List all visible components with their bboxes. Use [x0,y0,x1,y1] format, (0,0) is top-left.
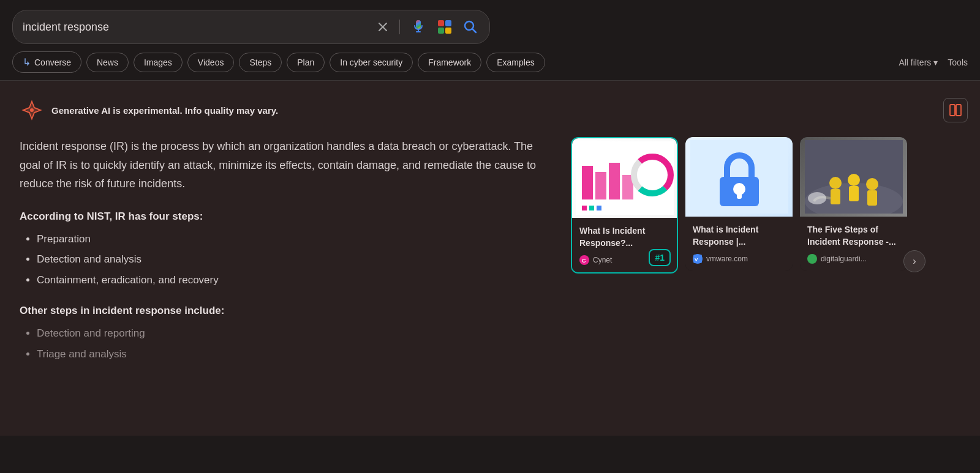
svg-text:V: V [695,257,698,263]
other-heading: Other steps in incident response include… [20,305,546,317]
search-bar: incident response [12,10,490,44]
clear-button[interactable] [375,19,391,35]
svg-point-40 [866,178,878,190]
other-step-2: Triage and analysis [37,346,546,362]
svg-rect-17 [595,172,606,199]
tab-examples-label: Examples [497,58,534,67]
tools-button[interactable]: Tools [948,58,968,67]
vmware-source-logo: V [693,254,703,264]
tab-videos[interactable]: Videos [187,53,235,72]
nist-step-1: Preparation [37,231,546,247]
cynet-source-logo: C [579,255,589,265]
search-input[interactable]: incident response [23,21,369,34]
tab-cyber-security[interactable]: In cyber security [330,53,413,72]
tabs-container: ↳ Converse News Images Videos Steps Plan… [0,44,980,81]
svg-rect-11 [956,105,961,116]
svg-rect-10 [950,105,955,116]
lens-button[interactable] [434,17,455,37]
card-digitalguardian[interactable]: The Five Steps of Incident Response -...… [800,137,907,271]
cards-area: What Is Incident Response?... C Cynet [571,143,907,379]
converse-icon: ↳ [23,56,31,68]
dg-source-logo [807,254,817,264]
vmware-source-name: vmware.com [706,255,748,263]
all-filters-label: All filters [899,58,931,67]
card-cynet-image [572,138,677,218]
card-dg-title: The Five Steps of Incident Response -... [807,224,900,248]
card-dg-source: digitalguardi... [807,254,900,264]
svg-rect-4 [438,20,444,26]
text-section: Incident response (IR) is the process by… [20,137,546,379]
card-vmware-body: What is Incident Response |... V vmware.… [685,217,793,271]
svg-rect-39 [849,186,859,201]
card-vmware-image [685,137,793,217]
cynet-source-name: Cynet [593,256,612,264]
svg-point-42 [808,192,826,204]
tab-steps[interactable]: Steps [239,53,282,72]
svg-rect-23 [582,206,587,210]
svg-point-38 [848,174,860,186]
svg-text:C: C [582,258,586,264]
svg-rect-25 [597,206,601,210]
tab-images-label: Images [144,58,172,67]
ai-logo [20,98,44,122]
svg-rect-41 [867,190,877,206]
rank-badge: #1 [649,249,671,266]
svg-point-14 [30,108,34,112]
tab-cyber-security-label: In cyber security [340,58,402,67]
tab-framework[interactable]: Framework [418,53,481,72]
tab-converse-label: Converse [34,58,71,67]
other-steps-list: Detection and reporting Triage and analy… [20,326,546,362]
svg-rect-31 [737,190,742,199]
card-dg-image [800,137,907,217]
tab-plan[interactable]: Plan [287,53,325,72]
nist-step-3: Containment, eradication, and recovery [37,272,546,288]
main-content: Generative AI is experimental. Info qual… [0,81,980,436]
cards-next-arrow[interactable]: › [903,250,925,272]
svg-rect-24 [589,206,594,210]
all-filters-button[interactable]: All filters ▾ [899,58,938,67]
svg-rect-6 [438,28,444,34]
tab-plan-label: Plan [297,58,314,67]
tab-framework-label: Framework [428,58,471,67]
tab-right-controls: All filters ▾ Tools [899,58,968,67]
chevron-down-icon: ▾ [933,58,938,67]
nist-step-2: Detection and analysis [37,251,546,267]
svg-rect-7 [445,28,451,34]
svg-rect-16 [582,166,593,199]
tools-label: Tools [948,58,968,67]
tab-videos-label: Videos [198,58,224,67]
svg-line-9 [473,29,477,33]
card-cynet-title: What Is Incident Response?... [579,225,669,249]
content-layout: Incident response (IR) is the process by… [20,137,960,379]
search-bar-container: incident response [0,0,980,44]
tab-converse[interactable]: ↳ Converse [12,51,81,73]
microphone-button[interactable] [409,17,428,37]
edge-panel-icon[interactable] [943,98,968,122]
card-vmware-source: V vmware.com [693,254,785,264]
card-vmware[interactable]: What is Incident Response |... V vmware.… [685,137,793,271]
description-text: Incident response (IR) is the process by… [20,137,546,193]
tab-examples[interactable]: Examples [486,53,545,72]
cards-section: What Is Incident Response?... C Cynet [571,137,907,274]
other-step-1: Detection and reporting [37,326,546,341]
svg-marker-44 [809,256,815,262]
card-dg-body: The Five Steps of Incident Response -...… [800,217,907,271]
card-vmware-title: What is Incident Response |... [693,224,785,248]
tab-steps-label: Steps [249,58,271,67]
ai-notice-text: Generative AI is experimental. Info qual… [51,105,278,116]
svg-rect-5 [445,20,451,26]
nist-steps-list: Preparation Detection and analysis Conta… [20,231,546,288]
nist-heading: According to NIST, IR has four steps: [20,210,546,223]
search-button[interactable] [461,18,480,36]
search-divider [399,20,400,34]
svg-point-36 [829,177,842,189]
tab-images[interactable]: Images [134,53,183,72]
dg-source-name: digitalguardi... [821,255,867,263]
tab-news-label: News [97,58,118,67]
svg-rect-18 [609,163,620,199]
tab-news[interactable]: News [86,53,129,72]
ai-notice: Generative AI is experimental. Info qual… [20,98,960,122]
svg-rect-37 [831,189,840,204]
card-cynet[interactable]: What Is Incident Response?... C Cynet [571,137,678,274]
